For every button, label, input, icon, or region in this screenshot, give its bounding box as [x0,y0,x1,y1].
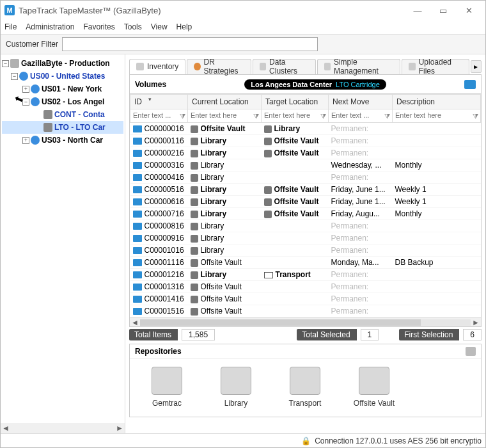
drive-icon [191,308,198,316]
cell-description [393,172,481,184]
collapse-icon[interactable]: − [11,73,18,80]
drive-icon [264,198,272,206]
tab-overflow-button[interactable]: ▸ [471,60,482,73]
table-row[interactable]: C00000016Offsite VaultLibraryPermanen: [130,123,481,135]
cell-target-location [262,244,329,257]
cell-next-move: Permanen: [329,305,393,317]
menu-tools[interactable]: Tools [124,22,142,31]
repository-item[interactable]: Offsite Vault [349,367,400,408]
filter-icon[interactable]: ⧩ [470,109,480,122]
col-description[interactable]: Description [393,95,481,109]
volume-icon [133,284,142,291]
tab-uploaded-files[interactable]: Uploaded Files [402,59,469,74]
tab-data-clusters[interactable]: Data Clusters [253,59,316,74]
drive-icon [264,125,272,133]
tab-dr-strategies[interactable]: DR Strategies [187,59,251,74]
scroll-right-icon[interactable]: ► [471,318,481,327]
repository-item[interactable]: Transport [279,367,331,408]
menu-administration[interactable]: Administration [26,22,74,31]
tree-us00[interactable]: − US00 - United States [2,70,123,83]
table-row[interactable]: C00000416LibraryPermanen: [130,172,481,184]
cell-id: C00001216 [130,269,188,281]
menu-favorites[interactable]: Favorites [83,22,114,31]
table-row[interactable]: C00001216LibraryTransportPermanen: [130,269,481,281]
table-row[interactable]: C00000316LibraryWednesday, ...Monthly [130,159,481,172]
repositories-panel: Repositories GemtracLibraryTransportOffs… [129,344,482,417]
menu-view[interactable]: View [151,22,168,31]
repository-label: Offsite Vault [354,399,395,408]
drive-icon [264,150,272,157]
table-row[interactable]: C00001516Offsite VaultPermanen: [130,305,481,317]
customer-filter-input[interactable] [62,37,318,51]
col-next-move[interactable]: Next Move [329,95,393,109]
grid-hscrollbar[interactable]: ◄ ► [130,317,481,326]
table-row[interactable]: C00000516LibraryOffsite VaultFriday, Jun… [130,184,481,196]
connection-status: Connection 127.0.0.1 uses AES 256 bit en… [315,436,482,445]
table-row[interactable]: C00000816LibraryPermanen: [130,220,481,232]
context-pill: Los Angees Data Center LTO Cartridge [244,79,386,90]
collapse-icon[interactable]: − [2,60,9,67]
scroll-left-icon[interactable]: ◄ [1,424,11,433]
scroll-thumb[interactable] [140,319,421,326]
table-row[interactable]: C00001116Offsite VaultMonday, Ma...DB Ba… [130,257,481,269]
volume-icon [133,162,142,169]
menu-help[interactable]: Help [176,22,192,31]
drive-icon [191,271,198,279]
close-button[interactable]: ✕ [456,2,482,19]
cell-current-location: Library [188,172,262,184]
repository-item[interactable]: Gemtrac [141,367,192,408]
table-row[interactable]: C00001016LibraryPermanen: [130,244,481,257]
tree-us03[interactable]: + US03 - North Car [2,134,123,147]
minimize-button[interactable]: — [405,2,430,19]
filter-id-input[interactable] [130,109,176,121]
repositories-menu-icon[interactable] [466,347,476,356]
table-row[interactable]: C00000716LibraryOffsite VaultFriday, Aug… [130,208,481,220]
menu-file[interactable]: File [4,22,17,31]
cell-next-move: Permanen: [329,172,393,184]
cell-next-move: Permanen: [329,281,393,293]
expand-icon[interactable]: + [22,137,29,144]
filter-icon[interactable]: ⧩ [318,109,328,122]
table-row[interactable]: C00000116LibraryOffsite VaultPermanen: [130,135,481,147]
filter-desc-input[interactable] [393,109,469,121]
maximize-button[interactable]: ▭ [430,2,456,19]
volumes-header: Volumes Los Angees Data Center LTO Cartr… [129,75,482,94]
table-row[interactable]: C00000916LibraryPermanen: [130,232,481,244]
scroll-track[interactable] [140,319,471,326]
scroll-left-icon[interactable]: ◄ [130,318,140,327]
table-row[interactable]: C00001416Offsite VaultPermanen: [130,293,481,305]
filter-icon[interactable]: ⧩ [177,109,187,122]
cell-current-location: Offsite Vault [188,293,262,305]
repository-item[interactable]: Library [210,367,262,408]
total-selected-value: 1 [361,329,379,340]
cell-description [393,305,481,317]
filter-tgt-input[interactable] [262,109,317,121]
filter-cur-input[interactable] [188,109,249,121]
cell-id: C00001016 [130,244,188,257]
cell-target-location [262,172,329,184]
tab-simple-management[interactable]: Simple Management [317,59,401,74]
scroll-right-icon[interactable]: ► [114,424,125,433]
table-row[interactable]: C00000216LibraryOffsite VaultPermanen: [130,147,481,159]
dr-icon [194,63,200,70]
drive-icon [191,125,198,133]
cell-current-location: Library [188,208,262,220]
col-target-location[interactable]: Target Location [262,95,329,109]
tree-root[interactable]: − GazillaByte - Production [2,57,123,70]
tab-inventory[interactable]: Inventory [129,59,185,74]
cell-current-location: Library [188,232,262,244]
table-row[interactable]: C00000616LibraryOffsite VaultFriday, Jun… [130,196,481,208]
filter-icon[interactable]: ⧩ [382,109,392,122]
cell-current-location: Offsite Vault [188,257,262,269]
table-row[interactable]: C00001316Offsite VaultPermanen: [130,281,481,293]
cell-description [393,281,481,293]
tree-hscrollbar[interactable]: ◄ ► [1,423,125,433]
volumes-icon[interactable] [464,80,476,89]
filter-next-input[interactable] [329,109,380,121]
col-id[interactable]: ID▾ [130,95,188,109]
tree-lto[interactable]: LTO - LTO Car [2,121,123,134]
filter-icon[interactable]: ⧩ [251,109,261,122]
col-current-location[interactable]: Current Location [188,95,262,109]
expand-icon[interactable]: + [22,86,29,93]
tree-cont[interactable]: CONT - Conta [2,108,123,121]
